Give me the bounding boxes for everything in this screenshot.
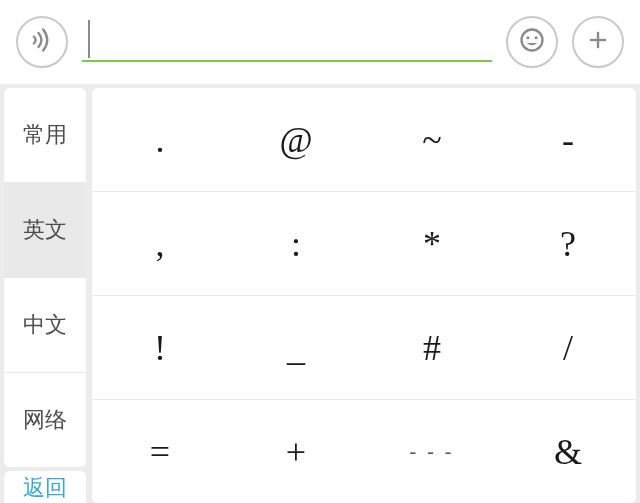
key-amp[interactable]: &	[500, 400, 636, 503]
category-chinese[interactable]: 中文	[4, 278, 86, 373]
category-list: 常用 英文 中文 网络	[4, 88, 86, 467]
key-exclaim[interactable]: !	[92, 296, 228, 399]
key-label: :	[291, 223, 301, 265]
smile-icon	[518, 26, 546, 58]
svg-point-1	[526, 36, 529, 39]
key-equals[interactable]: =	[92, 400, 228, 503]
symbol-grid: . @ ~ - , : * ? ! _ # / = + - - - &	[92, 88, 636, 503]
category-label: 中文	[23, 310, 67, 340]
svg-point-0	[522, 30, 543, 51]
grid-row: ! _ # /	[92, 296, 636, 400]
category-english[interactable]: 英文	[4, 183, 86, 278]
key-label: @	[279, 119, 312, 161]
key-slash[interactable]: /	[500, 296, 636, 399]
add-button[interactable]	[572, 16, 624, 68]
category-label: 英文	[23, 215, 67, 245]
key-dashes[interactable]: - - -	[364, 400, 500, 503]
key-underscore[interactable]: _	[228, 296, 364, 399]
emoji-button[interactable]	[506, 16, 558, 68]
grid-row: . @ ~ -	[92, 88, 636, 192]
text-caret	[88, 20, 90, 58]
key-label: -	[562, 119, 574, 161]
key-label: _	[287, 327, 305, 369]
key-label: +	[286, 431, 306, 473]
key-hyphen[interactable]: -	[500, 88, 636, 191]
key-label: #	[423, 327, 441, 369]
input-underline	[82, 60, 492, 62]
key-label: &	[554, 431, 582, 473]
category-label: 常用	[23, 120, 67, 150]
category-sidebar: 常用 英文 中文 网络 返回	[4, 88, 86, 503]
key-label: ?	[560, 223, 576, 265]
text-input[interactable]	[82, 16, 492, 68]
key-label: !	[154, 327, 166, 369]
key-label: ,	[156, 223, 165, 265]
key-colon[interactable]: :	[228, 192, 364, 295]
back-label: 返回	[23, 473, 67, 503]
key-comma[interactable]: ,	[92, 192, 228, 295]
plus-icon	[584, 26, 612, 58]
key-hash[interactable]: #	[364, 296, 500, 399]
key-label: - - -	[410, 440, 455, 463]
voice-button[interactable]	[16, 16, 68, 68]
voice-icon	[28, 26, 56, 58]
key-label: /	[563, 327, 573, 369]
key-question[interactable]: ?	[500, 192, 636, 295]
key-label: .	[156, 119, 165, 161]
key-label: *	[423, 223, 441, 265]
key-plus[interactable]: +	[228, 400, 364, 503]
category-label: 网络	[23, 405, 67, 435]
category-network[interactable]: 网络	[4, 373, 86, 467]
back-button[interactable]: 返回	[4, 471, 86, 503]
key-at[interactable]: @	[228, 88, 364, 191]
key-label: =	[150, 431, 170, 473]
symbol-keyboard: 常用 英文 中文 网络 返回 . @ ~ - , : * ?	[0, 84, 640, 503]
grid-row: , : * ?	[92, 192, 636, 296]
key-tilde[interactable]: ~	[364, 88, 500, 191]
key-asterisk[interactable]: *	[364, 192, 500, 295]
input-toolbar	[0, 0, 640, 84]
key-label: ~	[422, 119, 441, 161]
key-period[interactable]: .	[92, 88, 228, 191]
category-common[interactable]: 常用	[4, 88, 86, 183]
grid-row: = + - - - &	[92, 400, 636, 503]
svg-point-2	[535, 36, 538, 39]
